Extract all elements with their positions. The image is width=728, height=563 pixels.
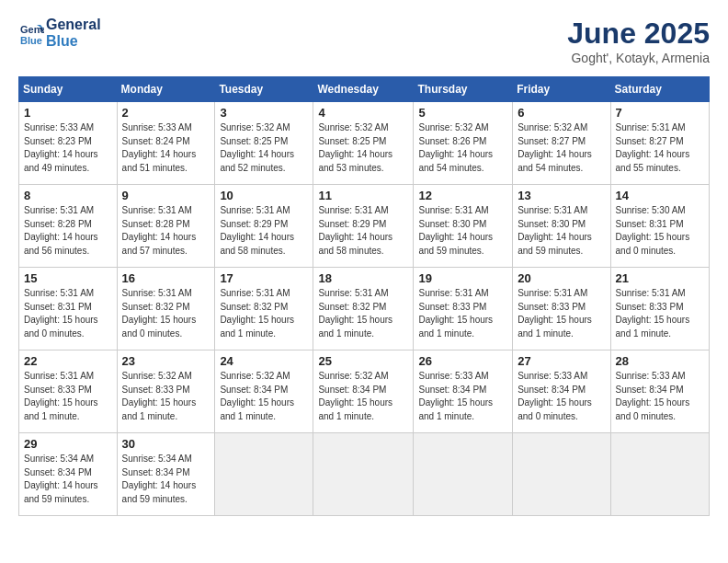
- day-info: Sunrise: 5:32 AM Sunset: 8:25 PM Dayligh…: [220, 121, 308, 175]
- day-number: 14: [616, 189, 704, 202]
- page: General Blue General Blue June 2025 Gogh…: [0, 0, 728, 563]
- day-number: 29: [24, 437, 112, 451]
- calendar-cell: 1Sunrise: 5:33 AM Sunset: 8:23 PM Daylig…: [19, 102, 118, 185]
- col-thursday: Thursday: [414, 77, 513, 102]
- day-info: Sunrise: 5:33 AM Sunset: 8:24 PM Dayligh…: [122, 121, 210, 175]
- calendar-cell: [513, 433, 610, 516]
- calendar-cell: 11Sunrise: 5:31 AM Sunset: 8:29 PM Dayli…: [313, 185, 414, 268]
- day-info: Sunrise: 5:31 AM Sunset: 8:33 PM Dayligh…: [24, 370, 112, 423]
- calendar: Sunday Monday Tuesday Wednesday Thursday…: [18, 76, 710, 516]
- logo: General Blue General Blue: [18, 17, 101, 49]
- calendar-cell: 30Sunrise: 5:34 AM Sunset: 8:34 PM Dayli…: [117, 433, 215, 516]
- calendar-cell: 18Sunrise: 5:31 AM Sunset: 8:32 PM Dayli…: [313, 268, 414, 350]
- calendar-cell: 17Sunrise: 5:31 AM Sunset: 8:32 PM Dayli…: [215, 268, 313, 350]
- day-number: 23: [122, 354, 210, 368]
- calendar-cell: 19Sunrise: 5:31 AM Sunset: 8:33 PM Dayli…: [414, 268, 513, 350]
- day-info: Sunrise: 5:31 AM Sunset: 8:27 PM Dayligh…: [616, 121, 704, 175]
- day-info: Sunrise: 5:32 AM Sunset: 8:33 PM Dayligh…: [122, 370, 210, 423]
- calendar-cell: 21Sunrise: 5:31 AM Sunset: 8:33 PM Dayli…: [610, 268, 709, 350]
- calendar-cell: 2Sunrise: 5:33 AM Sunset: 8:24 PM Daylig…: [117, 102, 215, 185]
- week-row-3: 15Sunrise: 5:31 AM Sunset: 8:31 PM Dayli…: [19, 268, 710, 350]
- day-number: 6: [518, 106, 605, 120]
- calendar-cell: 13Sunrise: 5:31 AM Sunset: 8:30 PM Dayli…: [513, 185, 610, 268]
- day-info: Sunrise: 5:31 AM Sunset: 8:28 PM Dayligh…: [122, 204, 210, 258]
- day-number: 24: [220, 354, 308, 368]
- day-number: 19: [418, 271, 507, 285]
- day-info: Sunrise: 5:31 AM Sunset: 8:33 PM Dayligh…: [418, 287, 507, 340]
- day-number: 13: [518, 189, 605, 202]
- day-number: 30: [122, 437, 210, 451]
- calendar-cell: 29Sunrise: 5:34 AM Sunset: 8:34 PM Dayli…: [19, 433, 118, 516]
- calendar-cell: [215, 433, 313, 516]
- day-info: Sunrise: 5:32 AM Sunset: 8:34 PM Dayligh…: [220, 370, 308, 423]
- day-info: Sunrise: 5:30 AM Sunset: 8:31 PM Dayligh…: [616, 204, 704, 258]
- day-info: Sunrise: 5:33 AM Sunset: 8:34 PM Dayligh…: [418, 370, 507, 423]
- col-wednesday: Wednesday: [313, 77, 414, 102]
- calendar-cell: 8Sunrise: 5:31 AM Sunset: 8:28 PM Daylig…: [19, 185, 118, 268]
- day-info: Sunrise: 5:31 AM Sunset: 8:33 PM Dayligh…: [518, 287, 605, 340]
- calendar-cell: 9Sunrise: 5:31 AM Sunset: 8:28 PM Daylig…: [117, 185, 215, 268]
- col-friday: Friday: [513, 77, 610, 102]
- day-info: Sunrise: 5:34 AM Sunset: 8:34 PM Dayligh…: [122, 453, 210, 506]
- day-info: Sunrise: 5:31 AM Sunset: 8:32 PM Dayligh…: [122, 287, 210, 340]
- calendar-cell: 28Sunrise: 5:33 AM Sunset: 8:34 PM Dayli…: [610, 350, 709, 433]
- calendar-cell: 10Sunrise: 5:31 AM Sunset: 8:29 PM Dayli…: [215, 185, 313, 268]
- location: Goght', Kotayk, Armenia: [567, 51, 710, 65]
- day-number: 4: [318, 106, 408, 120]
- day-info: Sunrise: 5:32 AM Sunset: 8:26 PM Dayligh…: [418, 121, 507, 175]
- calendar-cell: 23Sunrise: 5:32 AM Sunset: 8:33 PM Dayli…: [117, 350, 215, 433]
- day-number: 17: [220, 271, 308, 285]
- day-number: 10: [220, 189, 308, 202]
- title-block: June 2025 Goght', Kotayk, Armenia: [567, 17, 710, 65]
- calendar-cell: 27Sunrise: 5:33 AM Sunset: 8:34 PM Dayli…: [513, 350, 610, 433]
- day-info: Sunrise: 5:32 AM Sunset: 8:27 PM Dayligh…: [518, 121, 605, 175]
- day-number: 5: [418, 106, 507, 120]
- calendar-cell: 20Sunrise: 5:31 AM Sunset: 8:33 PM Dayli…: [513, 268, 610, 350]
- week-row-5: 29Sunrise: 5:34 AM Sunset: 8:34 PM Dayli…: [19, 433, 710, 516]
- col-monday: Monday: [117, 77, 215, 102]
- calendar-cell: 7Sunrise: 5:31 AM Sunset: 8:27 PM Daylig…: [610, 102, 709, 185]
- col-tuesday: Tuesday: [215, 77, 313, 102]
- day-number: 1: [24, 106, 112, 120]
- day-number: 7: [616, 106, 704, 120]
- calendar-header-row: Sunday Monday Tuesday Wednesday Thursday…: [19, 77, 710, 102]
- day-number: 12: [418, 189, 507, 202]
- header: General Blue General Blue June 2025 Gogh…: [18, 17, 710, 65]
- day-number: 25: [318, 354, 408, 368]
- day-number: 2: [122, 106, 210, 120]
- week-row-1: 1Sunrise: 5:33 AM Sunset: 8:23 PM Daylig…: [19, 102, 710, 185]
- calendar-cell: 25Sunrise: 5:32 AM Sunset: 8:34 PM Dayli…: [313, 350, 414, 433]
- calendar-cell: 6Sunrise: 5:32 AM Sunset: 8:27 PM Daylig…: [513, 102, 610, 185]
- day-info: Sunrise: 5:33 AM Sunset: 8:34 PM Dayligh…: [616, 370, 704, 423]
- day-number: 16: [122, 271, 210, 285]
- day-number: 11: [318, 189, 408, 202]
- col-saturday: Saturday: [610, 77, 709, 102]
- svg-text:Blue: Blue: [20, 35, 42, 46]
- calendar-cell: 22Sunrise: 5:31 AM Sunset: 8:33 PM Dayli…: [19, 350, 118, 433]
- day-number: 20: [518, 271, 605, 285]
- logo-text-line1: General: [46, 17, 101, 33]
- day-info: Sunrise: 5:32 AM Sunset: 8:34 PM Dayligh…: [318, 370, 408, 423]
- day-info: Sunrise: 5:33 AM Sunset: 8:34 PM Dayligh…: [518, 370, 605, 423]
- day-info: Sunrise: 5:31 AM Sunset: 8:30 PM Dayligh…: [418, 204, 507, 258]
- calendar-cell: [313, 433, 414, 516]
- day-info: Sunrise: 5:34 AM Sunset: 8:34 PM Dayligh…: [24, 453, 112, 506]
- day-info: Sunrise: 5:31 AM Sunset: 8:29 PM Dayligh…: [318, 204, 408, 258]
- day-info: Sunrise: 5:32 AM Sunset: 8:25 PM Dayligh…: [318, 121, 408, 175]
- day-info: Sunrise: 5:31 AM Sunset: 8:32 PM Dayligh…: [220, 287, 308, 340]
- calendar-cell: 24Sunrise: 5:32 AM Sunset: 8:34 PM Dayli…: [215, 350, 313, 433]
- calendar-cell: 12Sunrise: 5:31 AM Sunset: 8:30 PM Dayli…: [414, 185, 513, 268]
- calendar-cell: 5Sunrise: 5:32 AM Sunset: 8:26 PM Daylig…: [414, 102, 513, 185]
- calendar-cell: 4Sunrise: 5:32 AM Sunset: 8:25 PM Daylig…: [313, 102, 414, 185]
- week-row-4: 22Sunrise: 5:31 AM Sunset: 8:33 PM Dayli…: [19, 350, 710, 433]
- day-info: Sunrise: 5:31 AM Sunset: 8:32 PM Dayligh…: [318, 287, 408, 340]
- week-row-2: 8Sunrise: 5:31 AM Sunset: 8:28 PM Daylig…: [19, 185, 710, 268]
- day-number: 15: [24, 271, 112, 285]
- calendar-cell: 26Sunrise: 5:33 AM Sunset: 8:34 PM Dayli…: [414, 350, 513, 433]
- day-number: 18: [318, 271, 408, 285]
- day-info: Sunrise: 5:33 AM Sunset: 8:23 PM Dayligh…: [24, 121, 112, 175]
- day-number: 3: [220, 106, 308, 120]
- calendar-cell: [610, 433, 709, 516]
- day-info: Sunrise: 5:31 AM Sunset: 8:33 PM Dayligh…: [616, 287, 704, 340]
- month-title: June 2025: [567, 17, 710, 51]
